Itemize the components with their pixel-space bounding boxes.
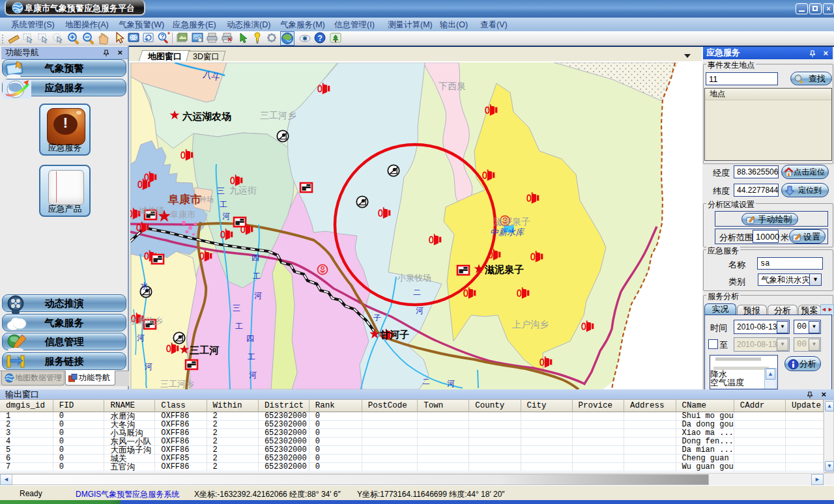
svg-text:阜康市: 阜康市: [167, 193, 201, 206]
svg-text:工: 工: [253, 272, 261, 281]
svg-text:九运街: 九运街: [229, 185, 257, 195]
svg-text:滋泥泉子: 滋泥泉子: [494, 216, 530, 227]
svg-text:三: 三: [217, 186, 225, 195]
svg-text:种场: 种场: [199, 195, 214, 203]
svg-text:河: 河: [137, 333, 145, 343]
svg-text:四: 四: [252, 253, 259, 262]
svg-text:上户沟乡: 上户沟乡: [512, 319, 549, 329]
svg-text:工: 工: [248, 352, 255, 361]
svg-text:水: 水: [140, 281, 148, 290]
svg-text:工: 工: [220, 200, 227, 209]
svg-text:小泉牧场: 小泉牧场: [397, 273, 431, 283]
svg-text:河: 河: [416, 306, 424, 315]
svg-text:甘河子: 甘河子: [380, 329, 409, 340]
svg-text:水磨沟乡: 水磨沟乡: [130, 316, 163, 326]
svg-text:河: 河: [254, 291, 262, 300]
svg-text:滋泥泉子: 滋泥泉子: [484, 264, 524, 275]
svg-text:六运湖农场: 六运湖农场: [182, 111, 231, 122]
svg-text:四: 四: [246, 334, 254, 343]
svg-text:河: 河: [222, 212, 230, 221]
svg-text:二: 二: [422, 377, 430, 386]
svg-text:城关镇: 城关镇: [139, 206, 164, 216]
svg-text:三工河乡: 三工河乡: [260, 110, 296, 120]
svg-text:工: 工: [235, 322, 243, 331]
svg-text:二: 二: [413, 288, 421, 297]
svg-text:?: ?: [318, 34, 323, 43]
svg-text:河: 河: [249, 371, 257, 380]
svg-text:阜康市: 阜康市: [170, 210, 195, 219]
svg-text:中新水库: 中新水库: [490, 227, 525, 237]
svg-text:?: ?: [160, 33, 164, 40]
svg-text:河: 河: [145, 362, 152, 371]
svg-text:三工河: 三工河: [190, 344, 220, 356]
svg-text:子: 子: [373, 313, 381, 322]
svg-text:河: 河: [447, 379, 455, 388]
svg-text:三: 三: [233, 303, 240, 313]
svg-text:三工河乡: 三工河乡: [160, 379, 194, 389]
svg-text:下西泉: 下西泉: [439, 81, 466, 91]
